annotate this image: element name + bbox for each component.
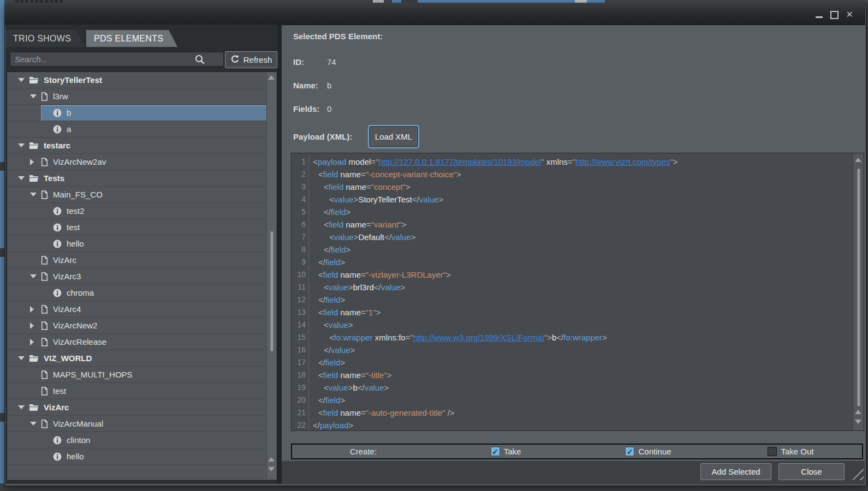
xml-line-18: 18<field name="-title"> bbox=[292, 369, 853, 381]
tree-item-label: clinton bbox=[67, 435, 90, 445]
tree-item-l3rw[interactable]: l3rw bbox=[7, 88, 277, 105]
xml-link[interactable]: http://www.vizrt.com/types bbox=[575, 157, 670, 166]
xml-line-14: 14<value> bbox=[292, 319, 853, 331]
selected-element-title: Selected PDS Element: bbox=[293, 32, 383, 41]
xml-code: <payload model="http://127.0.0.1:8177/te… bbox=[313, 155, 677, 168]
line-number: 14 bbox=[292, 319, 309, 331]
tree-item-viz_world[interactable]: VIZ_WORLD bbox=[7, 350, 277, 367]
line-number: 7 bbox=[292, 231, 309, 243]
scroll-up-icon[interactable] bbox=[268, 75, 275, 80]
xml-line-4: 4<value>StoryTellerTest</value> bbox=[292, 193, 853, 206]
expander-open-icon[interactable] bbox=[30, 94, 41, 98]
tree-item-vizarcmanual[interactable]: VizArcManual bbox=[7, 416, 277, 432]
checkbox-continue[interactable]: ✓ bbox=[625, 447, 634, 456]
tree-item-maps_multi_hops[interactable]: MAPS_MULTI_HOPS bbox=[7, 367, 277, 383]
tree-item-vizarc3[interactable]: VizArc3 bbox=[7, 268, 277, 285]
footer-strip bbox=[282, 461, 865, 484]
tree-item-label: VizArc bbox=[44, 403, 69, 412]
background-window-edge bbox=[0, 248, 4, 257]
scroll-up-icon[interactable] bbox=[268, 457, 275, 462]
close-icon[interactable]: ✕ bbox=[846, 10, 853, 19]
expander-open-icon[interactable] bbox=[18, 78, 29, 82]
tree-item-vizarcrelease[interactable]: VizArcRelease bbox=[7, 334, 277, 350]
expander-closed-icon[interactable] bbox=[30, 339, 41, 345]
add-selected-button[interactable]: Add Selected bbox=[700, 463, 771, 480]
tree-item-vizarcnew2[interactable]: VizArcNew2 bbox=[7, 318, 277, 334]
scroll-up-icon[interactable] bbox=[855, 410, 861, 414]
tree-item-label: hello bbox=[67, 239, 84, 248]
tree-item-label: test2 bbox=[67, 206, 85, 215]
line-number: 1 bbox=[292, 155, 309, 168]
xml-code: <value>StoryTellerTest</value> bbox=[313, 193, 443, 206]
expander-open-icon[interactable] bbox=[30, 422, 41, 426]
scroll-down-icon[interactable] bbox=[855, 420, 861, 424]
tree-item-label: StoryTellerTest bbox=[44, 75, 102, 85]
tree-item-vizarcnew2av[interactable]: VizArcNew2av bbox=[7, 154, 277, 170]
tab-label: TRIO SHOWS bbox=[13, 34, 71, 44]
expander-open-icon[interactable] bbox=[30, 193, 41, 196]
tree-item-a[interactable]: a bbox=[7, 121, 277, 137]
tree-item-tests[interactable]: Tests bbox=[7, 170, 277, 187]
xml-code: <value> bbox=[313, 319, 353, 331]
tree-item-test[interactable]: test bbox=[7, 219, 277, 236]
checkbox-take[interactable]: ✓ bbox=[491, 447, 500, 456]
tree-item-test[interactable]: test bbox=[7, 383, 277, 399]
tab-pds-elements[interactable]: PDS ELEMENTS bbox=[86, 30, 177, 47]
load-xml-button[interactable]: Load XML bbox=[369, 126, 418, 147]
expander-open-icon[interactable] bbox=[18, 356, 29, 360]
search-input[interactable] bbox=[10, 52, 224, 67]
line-number: 22 bbox=[292, 419, 309, 431]
close-button[interactable]: Close bbox=[778, 463, 845, 480]
tree-item-vizarc[interactable]: VizArc bbox=[7, 399, 277, 416]
line-number: 21 bbox=[292, 406, 309, 419]
folder-icon bbox=[29, 355, 39, 362]
expander-open-icon[interactable] bbox=[18, 143, 29, 147]
expander-open-icon[interactable] bbox=[18, 405, 29, 409]
tree-item-label: test bbox=[53, 386, 66, 396]
expander-open-icon[interactable] bbox=[30, 274, 41, 278]
tree-item-chroma[interactable]: chroma bbox=[7, 285, 277, 301]
tree-item-label: VizArc4 bbox=[53, 304, 81, 314]
tree-item-clinton[interactable]: clinton bbox=[7, 432, 277, 448]
scroll-up-icon[interactable] bbox=[855, 158, 861, 162]
xml-line-5: 5</field> bbox=[292, 206, 853, 218]
document-icon bbox=[41, 92, 48, 101]
info-icon bbox=[53, 109, 62, 117]
xml-scrollbar-thumb[interactable] bbox=[857, 169, 860, 406]
tab-trio-shows[interactable]: TRIO SHOWS bbox=[5, 30, 85, 47]
expander-open-icon[interactable] bbox=[18, 176, 29, 180]
refresh-button[interactable]: Refresh bbox=[225, 51, 277, 68]
tree-item-test2[interactable]: test2 bbox=[7, 203, 277, 219]
xml-code: </field> bbox=[313, 356, 345, 369]
tree-item-main_fs_co[interactable]: Main_FS_CO bbox=[7, 187, 277, 203]
tree-item-vizarc[interactable]: VizArc bbox=[7, 252, 277, 268]
minimize-icon[interactable] bbox=[816, 16, 823, 18]
xml-line-13: 13<field name="1"> bbox=[292, 306, 853, 319]
maximize-icon[interactable] bbox=[830, 11, 839, 19]
tree-item-storytellertest[interactable]: StoryTellerTest bbox=[7, 72, 277, 88]
xml-line-10: 10<field name="-vizlayer-L3RDLayer"> bbox=[292, 268, 853, 281]
line-number: 3 bbox=[292, 181, 309, 193]
background-window-edge bbox=[0, 162, 4, 171]
tree-scrollbar[interactable] bbox=[266, 72, 276, 479]
tree-item-hello[interactable]: hello bbox=[7, 448, 277, 465]
xml-link[interactable]: http://www.w3.org/1999/XSL/Format bbox=[413, 333, 544, 342]
payload-xml-viewer[interactable]: 1<payload model="http://127.0.0.1:8177/t… bbox=[291, 153, 864, 431]
tree-item-hello[interactable]: hello bbox=[7, 236, 277, 252]
xml-line-6: 6<field name="variant"> bbox=[292, 218, 853, 231]
tree-scrollbar-thumb[interactable] bbox=[270, 231, 273, 351]
xml-line-16: 16</value> bbox=[292, 344, 853, 356]
tree-item-b[interactable]: b bbox=[7, 105, 277, 121]
xml-scrollbar[interactable] bbox=[853, 153, 864, 430]
expander-closed-icon[interactable] bbox=[30, 306, 41, 313]
expander-closed-icon[interactable] bbox=[30, 159, 41, 165]
title-bar[interactable]: ✕ bbox=[4, 3, 865, 25]
expander-closed-icon[interactable] bbox=[30, 322, 41, 329]
checkbox-take-out[interactable] bbox=[768, 447, 777, 456]
xml-link[interactable]: http://127.0.0.1:8177/templates/10193/mo… bbox=[378, 157, 541, 166]
resize-grip-icon[interactable] bbox=[852, 467, 864, 480]
tree-item-testarc[interactable]: testarc bbox=[7, 137, 277, 154]
scroll-down-icon[interactable] bbox=[268, 467, 275, 471]
folder-icon bbox=[29, 142, 39, 149]
tree-item-vizarc4[interactable]: VizArc4 bbox=[7, 301, 277, 318]
